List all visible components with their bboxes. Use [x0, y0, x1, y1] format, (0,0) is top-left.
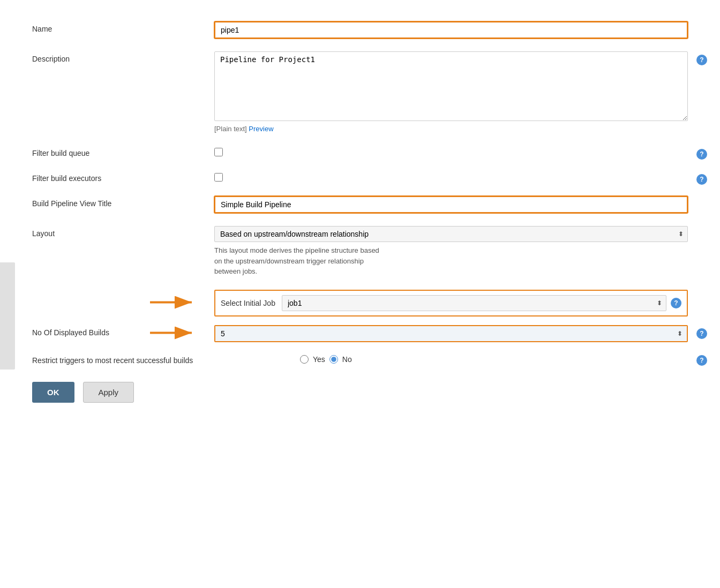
no-displayed-builds-select[interactable]: 5 10 15	[215, 326, 687, 341]
filter-build-executors-row: Filter build executors ?	[32, 171, 688, 183]
name-input[interactable]	[214, 21, 688, 39]
restrict-no-label: No	[342, 355, 352, 364]
name-label: Name	[32, 21, 214, 33]
page-container: Name Description Pipeline for Project1 […	[0, 0, 720, 588]
layout-row: Layout Based on upstream/downstream rela…	[32, 226, 688, 277]
description-help-icon[interactable]: ?	[696, 55, 707, 65]
layout-label: Layout	[32, 226, 214, 238]
filter-build-executors-help-icon[interactable]: ?	[696, 174, 707, 185]
select-initial-job-help-icon[interactable]: ?	[671, 298, 681, 308]
filter-build-queue-control: ?	[214, 146, 688, 158]
arrow-indicator-builds	[150, 325, 198, 342]
pipeline-view-title-label: Build Pipeline View Title	[32, 196, 214, 208]
restrict-triggers-radio-group: Yes No	[300, 353, 688, 364]
select-initial-job-select-wrapper: job1 job2 ⬍	[282, 295, 666, 311]
filter-build-executors-control: ?	[214, 171, 688, 183]
layout-select-wrapper: Based on upstream/downstream relationshi…	[214, 226, 688, 242]
no-displayed-builds-control: 5 10 15 ⬍ ?	[214, 325, 688, 342]
select-initial-job-container: Select Initial Job job1 job2 ⬍ ?	[214, 290, 688, 316]
filter-build-queue-help-icon[interactable]: ?	[696, 149, 707, 160]
description-label: Description	[32, 51, 214, 63]
filter-build-queue-row: Filter build queue ?	[32, 146, 688, 158]
restrict-yes-label: Yes	[313, 355, 325, 364]
restrict-triggers-row: Restrict triggers to most recent success…	[32, 353, 688, 365]
filter-build-executors-label: Filter build executors	[32, 171, 214, 183]
filter-build-queue-checkbox[interactable]	[214, 148, 223, 156]
description-textarea[interactable]: Pipeline for Project1	[214, 51, 688, 121]
restrict-triggers-label: Restrict triggers to most recent success…	[32, 353, 300, 365]
no-displayed-builds-row: No Of Displayed Builds 5 10 15	[32, 325, 688, 342]
ok-button[interactable]: OK	[32, 382, 74, 403]
name-control-area	[214, 21, 688, 39]
pipeline-view-title-row: Build Pipeline View Title	[32, 196, 688, 213]
pipeline-view-title-control	[214, 196, 688, 213]
left-strip	[0, 262, 15, 370]
layout-tooltip: This layout mode derives the pipeline st…	[214, 245, 386, 277]
restrict-no-radio[interactable]	[329, 355, 338, 364]
layout-select[interactable]: Based on upstream/downstream relationshi…	[214, 226, 688, 242]
restrict-yes-radio[interactable]	[300, 355, 309, 364]
preview-link[interactable]: Preview	[249, 125, 273, 133]
plain-text-note: [Plain text] Preview	[214, 125, 688, 133]
restrict-triggers-help-icon[interactable]: ?	[696, 355, 707, 366]
filter-build-queue-label: Filter build queue	[32, 146, 214, 157]
layout-control: Based on upstream/downstream relationshi…	[214, 226, 688, 277]
description-row: Description Pipeline for Project1 [Plain…	[32, 51, 688, 133]
select-initial-job-select[interactable]: job1 job2	[282, 295, 666, 311]
description-control-area: Pipeline for Project1 [Plain text] Previ…	[214, 51, 688, 133]
restrict-triggers-control: Yes No ?	[300, 353, 688, 364]
apply-button[interactable]: Apply	[83, 382, 134, 403]
no-displayed-builds-help-icon[interactable]: ?	[696, 328, 707, 339]
no-displayed-builds-select-wrapper: 5 10 15 ⬍	[214, 325, 688, 342]
select-initial-job-label: Select Initial Job	[221, 299, 275, 307]
name-row: Name	[32, 21, 688, 39]
select-initial-job-row: Select Initial Job job1 job2 ⬍ ?	[214, 290, 688, 316]
filter-build-executors-checkbox[interactable]	[214, 173, 223, 182]
buttons-row: OK Apply	[32, 382, 688, 403]
pipeline-view-title-input[interactable]	[214, 196, 688, 213]
arrow-indicator-job	[150, 295, 198, 311]
